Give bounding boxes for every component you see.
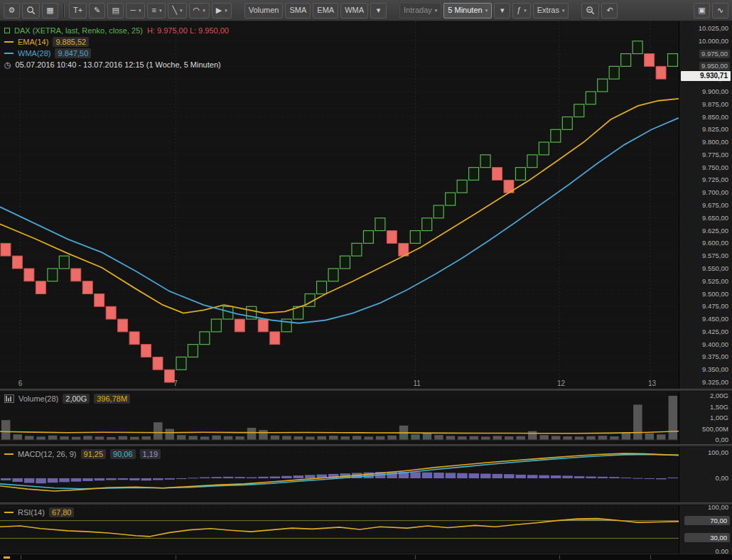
workspace-layout-icon-button[interactable]: ▣ xyxy=(694,3,710,18)
price-tick: 10.000,00 xyxy=(699,37,728,45)
sma-button[interactable]: SMA xyxy=(285,3,311,18)
macd-histogram-value: 1,19 xyxy=(140,449,161,459)
price-tick: 9.650,00 xyxy=(702,214,728,222)
dax-series-label: DAX (XETRA, last, Renko, close, 25) xyxy=(14,26,143,35)
zoom-out-button[interactable] xyxy=(581,3,599,18)
date-label: 6 xyxy=(18,379,23,387)
parallel-lines-tool-button-arrow[interactable]: ▾ xyxy=(159,8,162,14)
rsi-legend: RSI(14) 67,80 xyxy=(4,507,74,518)
macd-signal-value: 90,06 xyxy=(110,449,136,459)
price-plot-area[interactable]: DAX (XETRA, last, Renko, close, 25) H: 9… xyxy=(0,21,679,389)
price-tick: 9.400,00 xyxy=(702,340,728,349)
price-tick: 9.825,00 xyxy=(702,125,728,134)
text-tool-button[interactable]: T+ xyxy=(69,3,87,18)
fibonacci-tool-button[interactable]: ▤ xyxy=(107,3,124,18)
pointer-tool-button[interactable]: ▶▾ xyxy=(212,3,232,18)
price-panel: DAX (XETRA, last, Renko, close, 25) H: 9… xyxy=(0,21,732,389)
volume-last-value: 2,00G xyxy=(63,394,90,404)
price-tick: 9.425,00 xyxy=(702,328,728,336)
price-tick: 9.775,00 xyxy=(702,151,728,159)
ema-button[interactable]: EMA xyxy=(313,3,338,18)
add-indicator-dropdown[interactable]: ▾ xyxy=(370,3,387,18)
price-tick: 9.675,00 xyxy=(702,201,728,210)
price-tick: 9.900,00 xyxy=(702,87,728,96)
price-tick: 9.325,00 xyxy=(702,378,728,387)
price-tick: 9.550,00 xyxy=(702,264,728,273)
intraday-dropdown-arrow[interactable]: ▾ xyxy=(435,8,438,14)
main-chart-legend: DAX (XETRA, last, Renko, close, 25) H: 9… xyxy=(4,25,229,70)
price-tick: 9.700,00 xyxy=(702,188,728,197)
rsi-level-badge: 70,00 xyxy=(684,516,730,525)
macd-axis[interactable]: 100,000,00 xyxy=(679,447,732,502)
timeframe-list-dropdown[interactable]: ▾ xyxy=(494,3,510,18)
line-chart-icon-button[interactable]: ∿ xyxy=(712,3,728,18)
rsi-plot-area[interactable]: RSI(14) 67,80 xyxy=(0,505,679,554)
wma-line-swatch xyxy=(4,53,14,54)
toolbar-right-group: ▣∿ xyxy=(694,3,728,18)
horizontal-line-tool-button-arrow[interactable]: ▾ xyxy=(139,8,141,14)
rsi-title: RSI(14) xyxy=(18,508,45,517)
date-label: 11 xyxy=(413,379,420,387)
price-tick: 9.600,00 xyxy=(702,239,728,247)
time-axis-tick xyxy=(415,555,416,559)
time-axis[interactable] xyxy=(0,554,732,560)
price-tick: 9.625,00 xyxy=(702,227,728,235)
strategy-tool-button-arrow[interactable]: ▾ xyxy=(524,8,527,14)
price-tick: 10.025,00 xyxy=(699,24,728,33)
toolbar-separator xyxy=(63,4,64,17)
time-axis-tick xyxy=(650,555,651,559)
price-tick: 9.525,00 xyxy=(702,277,728,286)
main-toolbar: ⚙▦T+✎▤─▾≡▾╲▾◠▾▶▾VolumenSMAEMAWMA▾Intrada… xyxy=(0,0,732,21)
intraday-dropdown[interactable]: Intraday▾ xyxy=(399,3,441,18)
volume-plot-area[interactable]: Volume(28) 2,00G 396,78M xyxy=(0,392,679,444)
high-low-label: H: 9.975,00 L: 9.950,00 xyxy=(147,26,229,35)
arc-tool-button[interactable]: ◠▾ xyxy=(189,3,210,18)
clock-icon: ◷ xyxy=(4,60,11,70)
rsi-line-swatch xyxy=(4,512,14,513)
wma-button[interactable]: WMA xyxy=(340,3,368,18)
price-tick: 9.500,00 xyxy=(702,290,728,298)
pointer-tool-button-arrow[interactable]: ▾ xyxy=(225,8,227,14)
volume-legend-icon xyxy=(4,394,14,403)
settings-icon-button[interactable]: ⚙ xyxy=(4,3,20,18)
date-range-label: 05.07.2016 10:40 - 13.07.2016 12:15 (1 W… xyxy=(16,60,221,69)
undo-button[interactable]: ↶ xyxy=(601,3,618,18)
dax-series-swatch xyxy=(4,28,10,33)
volumen-button[interactable]: Volumen xyxy=(244,3,284,18)
rsi-axis[interactable]: 100,000,0070,0030,00 xyxy=(679,505,732,554)
timeframe-dropdown-arrow[interactable]: ▾ xyxy=(485,8,488,14)
macd-line-swatch xyxy=(4,453,14,455)
price-tick: 9.750,00 xyxy=(702,163,728,172)
volume-tick: 500,00M xyxy=(702,425,728,434)
macd-value: 91,25 xyxy=(81,449,107,459)
macd-title: MACD(12, 26, 9) xyxy=(18,450,77,458)
date-label: 13 xyxy=(648,379,656,387)
volume-tick: 0,00 xyxy=(716,436,729,444)
price-tick: 9.450,00 xyxy=(702,315,728,323)
time-axis-tick xyxy=(176,555,176,559)
extras-dropdown-arrow[interactable]: ▾ xyxy=(562,8,565,14)
horizontal-line-tool-button[interactable]: ─▾ xyxy=(126,3,145,18)
search-icon-button[interactable] xyxy=(22,3,40,18)
extras-dropdown[interactable]: Extras▾ xyxy=(533,3,569,18)
freehand-tool-button-arrow[interactable]: ▾ xyxy=(180,8,183,14)
time-axis-tick xyxy=(21,555,21,559)
price-axis[interactable]: 10.025,0010.000,009.975,009.950,009.925,… xyxy=(679,21,732,389)
parallel-lines-tool-button[interactable]: ≡▾ xyxy=(147,3,166,18)
rsi-chart[interactable] xyxy=(0,505,679,554)
volume-tick: 2,00G xyxy=(710,392,728,400)
panels-grid-icon-button[interactable]: ▦ xyxy=(42,3,58,18)
volume-axis[interactable]: 2,00G1,50G1,00G500,00M0,00 xyxy=(679,392,732,444)
renko-chart[interactable] xyxy=(0,21,679,389)
freehand-tool-button[interactable]: ╲▾ xyxy=(168,3,186,18)
last-price-badge: 9.930,71 xyxy=(681,71,731,81)
volume-title: Volume(28) xyxy=(18,394,58,403)
macd-tick: 100,00 xyxy=(708,448,728,457)
arc-tool-button-arrow[interactable]: ▾ xyxy=(203,8,205,14)
volume-panel: Volume(28) 2,00G 396,78M 2,00G1,50G1,00G… xyxy=(0,392,732,444)
time-axis-marker xyxy=(4,556,10,559)
macd-plot-area[interactable]: MACD(12, 26, 9) 91,25 90,06 1,19 xyxy=(0,447,679,502)
trendline-tool-button[interactable]: ✎ xyxy=(89,3,105,18)
timeframe-dropdown[interactable]: 5 Minuten▾ xyxy=(443,3,492,18)
strategy-tool-button[interactable]: ƒ▾ xyxy=(512,3,531,18)
